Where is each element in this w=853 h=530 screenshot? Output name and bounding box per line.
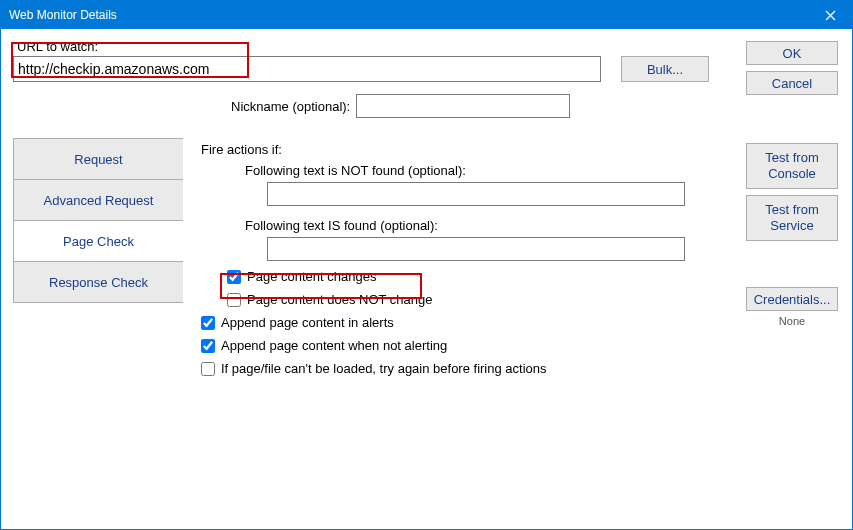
fire-actions-header: Fire actions if:	[201, 142, 840, 157]
tab-response-check[interactable]: Response Check	[13, 261, 183, 303]
append-not-alerting-label: Append page content when not alerting	[221, 338, 447, 353]
page-check-pane: Fire actions if: Following text is NOT f…	[183, 138, 840, 376]
page-no-change-checkbox[interactable]	[227, 293, 241, 307]
page-no-change-label: Page content does NOT change	[247, 292, 433, 307]
right-button-column: OK Cancel Test from Console Test from Se…	[746, 41, 838, 327]
retry-label: If page/file can't be loaded, try again …	[221, 361, 547, 376]
cancel-button[interactable]: Cancel	[746, 71, 838, 95]
page-content-changes-label: Page content changes	[247, 269, 376, 284]
tab-advanced-request[interactable]: Advanced Request	[13, 179, 183, 221]
test-from-console-button[interactable]: Test from Console	[746, 143, 838, 189]
append-in-alerts-label: Append page content in alerts	[221, 315, 394, 330]
ok-button[interactable]: OK	[746, 41, 838, 65]
nickname-input[interactable]	[356, 94, 570, 118]
retry-checkbox[interactable]	[201, 362, 215, 376]
credentials-button[interactable]: Credentials...	[746, 287, 838, 311]
nickname-label: Nickname (optional):	[231, 99, 350, 114]
is-found-input[interactable]	[267, 237, 685, 261]
dialog-window: Web Monitor Details OK Cancel Test from …	[0, 0, 853, 530]
append-not-alerting-checkbox[interactable]	[201, 339, 215, 353]
close-button[interactable]	[808, 1, 852, 29]
append-in-alerts-checkbox[interactable]	[201, 316, 215, 330]
url-input[interactable]	[13, 56, 601, 82]
window-title: Web Monitor Details	[9, 8, 117, 22]
bulk-button[interactable]: Bulk...	[621, 56, 709, 82]
close-icon	[825, 10, 836, 21]
tab-page-check[interactable]: Page Check	[13, 220, 183, 262]
url-label: URL to watch:	[17, 39, 840, 54]
not-found-input[interactable]	[267, 182, 685, 206]
credentials-subtext: None	[746, 315, 838, 327]
page-content-changes-checkbox[interactable]	[227, 270, 241, 284]
title-bar: Web Monitor Details	[1, 1, 852, 29]
test-from-service-button[interactable]: Test from Service	[746, 195, 838, 241]
left-tabs: Request Advanced Request Page Check Resp…	[13, 138, 183, 376]
dialog-body: OK Cancel Test from Console Test from Se…	[1, 29, 852, 529]
tab-request[interactable]: Request	[13, 138, 183, 180]
